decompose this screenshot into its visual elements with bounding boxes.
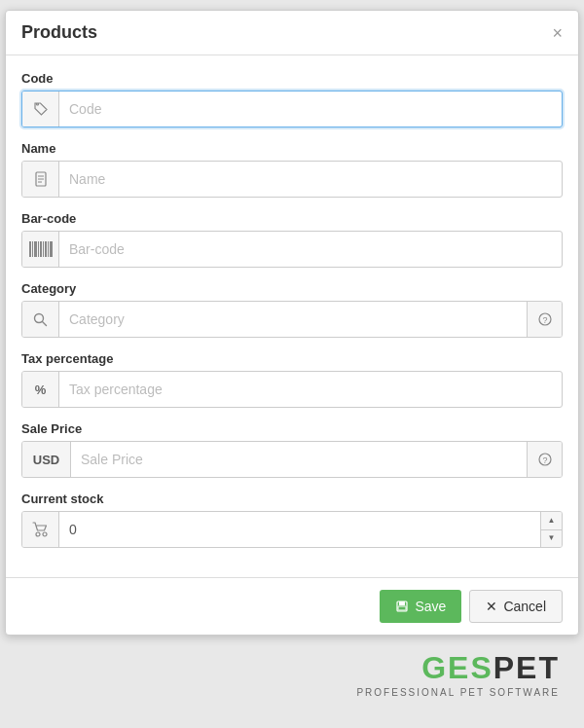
sale-price-field-group: Sale Price USD ? [21,421,563,478]
tag-icon [22,91,59,127]
products-modal: Products × Code Name [5,10,579,636]
barcode-input[interactable] [59,232,562,267]
svg-rect-13 [399,601,405,605]
modal-body: Code Name [6,55,578,577]
barcode-label: Bar-code [21,211,563,226]
brand-tagline: PROFESSIONAL PET SOFTWARE [356,687,560,698]
stock-input-wrapper: ▲ ▼ [21,511,563,548]
stock-field-group: Current stock ▲ ▼ [21,491,563,548]
tax-input[interactable] [59,372,562,407]
cancel-x: ✕ [486,599,497,614]
currency-label: USD [22,442,71,477]
category-input-wrapper: ? [21,301,563,338]
barcode-icon [22,232,59,267]
code-input-wrapper [21,91,563,127]
modal-title: Products [21,22,97,43]
tax-input-wrapper: % [21,371,563,408]
category-label: Category [21,281,563,296]
sale-price-label: Sale Price [21,421,563,436]
sale-price-help-icon[interactable]: ? [527,442,562,477]
code-label: Code [21,71,563,86]
save-button[interactable]: Save [380,590,461,623]
svg-line-5 [43,321,47,325]
svg-text:?: ? [542,455,547,465]
brand-name: GESPET [421,651,560,685]
stock-label: Current stock [21,491,563,506]
spinner-down-button[interactable]: ▼ [541,530,562,548]
barcode-input-wrapper [21,231,563,268]
category-help-icon[interactable]: ? [527,302,562,337]
name-input[interactable] [59,162,562,197]
code-input[interactable] [59,91,562,127]
name-input-wrapper [21,161,563,198]
spinner-up-button[interactable]: ▲ [541,512,562,530]
search-icon [22,302,59,337]
percent-icon: % [22,372,59,407]
document-icon [22,162,59,197]
tax-field-group: Tax percentage % [21,351,563,408]
category-field-group: Category ? [21,281,563,338]
save-label: Save [415,599,446,614]
tax-label: Tax percentage [21,351,563,366]
modal-footer: Save ✕ Cancel [6,577,578,635]
modal-header: Products × [6,11,578,55]
svg-rect-14 [398,606,406,610]
save-icon [395,600,409,613]
name-field-group: Name [21,141,563,198]
sale-price-input-wrapper: USD ? [21,441,563,478]
barcode-field-group: Bar-code [21,211,563,268]
close-button[interactable]: × [552,24,563,42]
category-input[interactable] [59,302,527,337]
spinner-controls: ▲ ▼ [540,512,562,547]
brand-footer: GESPET PROFESSIONAL PET SOFTWARE [5,636,579,706]
code-field-group: Code [21,71,563,127]
cancel-button[interactable]: ✕ Cancel [469,590,563,623]
brand-name-green: GES [421,650,493,685]
cancel-label: Cancel [503,599,546,614]
name-label: Name [21,141,563,156]
svg-text:?: ? [542,315,547,325]
svg-point-10 [36,532,40,536]
sale-price-input[interactable] [71,442,527,477]
brand-name-dark: PET [493,650,560,685]
stock-input[interactable] [59,512,540,547]
svg-point-11 [43,532,47,536]
stock-icon [22,512,59,547]
